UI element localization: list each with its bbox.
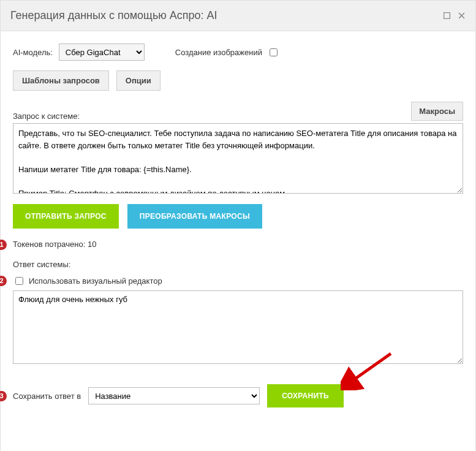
image-gen-label: Создание изображений	[175, 48, 262, 57]
templates-button[interactable]: Шаблоны запросов	[13, 70, 109, 91]
tokens-label: Токенов потрачено:	[13, 240, 85, 249]
save-button[interactable]: СОХРАНИТЬ	[267, 384, 344, 407]
options-button[interactable]: Опции	[116, 70, 161, 91]
response-textarea[interactable]: Флюид для очень нежных губ	[13, 290, 463, 364]
close-icon[interactable]	[457, 12, 466, 20]
badge-2: 2	[0, 276, 7, 286]
query-label: Запрос к системе:	[13, 112, 80, 121]
save-to-select[interactable]: Название	[88, 387, 260, 404]
query-label-row: Запрос к системе: Макросы	[13, 102, 463, 121]
tokens-value: 10	[88, 240, 96, 249]
response-label: Ответ системы:	[13, 260, 463, 269]
dialog-title: Генерация данных с помощью Аспро: AI	[10, 9, 217, 22]
action-row: ОТПРАВИТЬ ЗАПРОС ПРЕОБРАЗОВАТЬ МАКРОСЫ	[13, 204, 463, 229]
save-to-label: Сохранить ответ в	[13, 392, 81, 401]
template-option-row: Шаблоны запросов Опции	[13, 70, 463, 91]
image-gen-checkbox[interactable]	[270, 48, 278, 56]
model-label: AI-модель:	[13, 48, 53, 57]
dialog-header: Генерация данных с помощью Аспро: AI	[1, 1, 475, 31]
model-row: AI-модель: Сбер GigaChat Создание изобра…	[13, 44, 463, 61]
visual-editor-checkbox[interactable]	[15, 277, 23, 285]
visual-editor-label: Использовать визуальный редактор	[29, 276, 162, 286]
badge-3: 3	[0, 391, 7, 401]
ai-dialog: Генерация данных с помощью Аспро: AI AI-…	[0, 0, 476, 451]
badge-1: 1	[0, 240, 7, 250]
macros-button[interactable]: Макросы	[411, 102, 463, 121]
tokens-row: 1 Токенов потрачено: 10	[13, 240, 463, 249]
header-icons	[442, 12, 466, 20]
model-select[interactable]: Сбер GigaChat	[59, 44, 145, 61]
system-query-textarea[interactable]: Представь, что ты SEO-специалист. Тебе п…	[13, 123, 463, 194]
save-row: 3 Сохранить ответ в Название СОХРАНИТЬ	[13, 384, 463, 407]
svg-rect-0	[444, 13, 450, 19]
dialog-body: AI-модель: Сбер GigaChat Создание изобра…	[1, 31, 475, 451]
image-gen-group: Создание изображений	[175, 47, 279, 58]
transform-macros-button[interactable]: ПРЕОБРАЗОВАТЬ МАКРОСЫ	[127, 204, 262, 229]
maximize-icon[interactable]	[442, 12, 451, 20]
send-request-button[interactable]: ОТПРАВИТЬ ЗАПРОС	[13, 204, 119, 229]
visual-editor-row: 2 Использовать визуальный редактор	[13, 275, 463, 287]
